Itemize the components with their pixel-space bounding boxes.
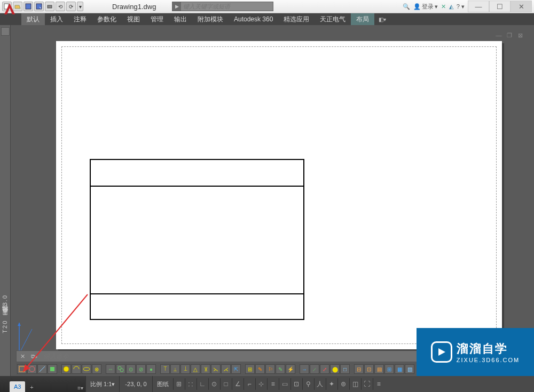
tool-icon-4[interactable] [48,364,57,374]
tool-icon-30[interactable]: ⬤ [330,364,340,374]
ribbon-tab-insert[interactable]: 插入 [45,13,68,25]
palette-top-icon[interactable] [1,27,10,36]
close-button[interactable]: ✕ [511,1,532,12]
autodesk-icon[interactable]: ◭ [449,3,453,10]
ribbon-tab-a360[interactable]: Autodesk 360 [229,13,278,25]
tool-icon-1[interactable] [17,364,27,374]
paper-mode[interactable]: 图纸 [152,376,173,392]
ribbon-tab-default[interactable]: 默认 [21,13,45,25]
search-box[interactable]: ▶ [172,2,273,11]
tool-icon-34[interactable]: ▤ [374,364,384,374]
exchange-icon[interactable]: ✕ [441,3,446,10]
qat-redo-icon[interactable]: ⟳ [66,2,76,11]
qat-dropdown-icon[interactable]: ▾ [77,2,83,11]
tool-icon-23[interactable]: ✎ [255,364,265,374]
tool-icon-27[interactable]: → [300,364,309,374]
scale-control[interactable]: 比例 1:1 ▾ [85,376,119,392]
status-icon-tpy[interactable]: ▭ [279,378,290,390]
search-icon[interactable]: 🔍 [403,3,410,10]
status-icon-as[interactable]: 人 [314,378,326,390]
tool-icon-8[interactable]: ⊗ [92,364,101,374]
status-icon-lwt[interactable]: ≡ [267,378,279,390]
ribbon-tab-featured[interactable]: 精选应用 [278,13,315,25]
tool-icon-36[interactable]: ▦ [395,364,404,374]
tool-icon-29[interactable]: ⤢ [320,364,329,374]
status-icon-snap[interactable]: ⸬ [185,378,197,390]
tool-icon-37[interactable]: ▧ [405,364,414,374]
window-controls: ― ☐ ✕ [468,1,532,12]
tool-icon-3[interactable] [37,364,47,374]
status-icon-polar[interactable]: ⊙ [208,378,220,390]
tool-icon-9[interactable]: ◦◦ [106,364,115,374]
tool-icon-10[interactable] [116,364,125,374]
status-icon-hw[interactable]: ⊚ [337,378,349,390]
tool-icon-13[interactable]: ● [146,364,156,374]
layout-list-icon[interactable]: ≡▾ [77,385,83,391]
tool-icon-33[interactable]: ⊡ [364,364,374,374]
ribbon-tab-layout[interactable]: 布局 [351,13,374,25]
tool-icon-14[interactable]: ⟙ [160,364,170,374]
status-icon-ws[interactable]: ✦ [326,378,337,390]
tool-icon-19[interactable]: ⋋ [211,364,221,374]
ribbon-tab-annotate[interactable]: 注释 [68,13,92,25]
tool-icon-2[interactable] [27,364,37,374]
tool-icon-25[interactable]: ✎ [276,364,285,374]
status-icon-osnap[interactable]: □ [220,378,232,390]
status-icon-ducs[interactable]: ⌐ [244,378,255,390]
tool-icon-5[interactable] [61,364,71,374]
status-icon-ann[interactable]: ⚲ [302,378,314,390]
status-icon-sc[interactable]: ⊡ [290,378,302,390]
ribbon-tab-tangent[interactable]: 天正电气 [315,13,351,25]
search-arrow-icon[interactable]: ▶ [172,2,181,11]
tool-icon-31[interactable]: □ [340,364,350,374]
doc-minimize-icon[interactable]: ― [494,31,503,39]
tool-icon-6[interactable] [72,364,81,374]
doc-close-icon[interactable]: ⊠ [516,31,524,39]
tool-icon-22[interactable]: ⊞ [245,364,255,374]
tool-icon-20[interactable]: ⋌ [221,364,231,374]
tool-icon-7[interactable] [82,364,91,374]
status-icon-clean[interactable]: ⛶ [361,378,373,390]
ribbon-tab-output[interactable]: 输出 [169,13,192,25]
tool-icon-12[interactable]: ⊘ [136,364,146,374]
tool-icon-15[interactable]: ⟂ [170,364,180,374]
app-logo-icon[interactable] [0,0,19,18]
qat-print-icon[interactable] [45,2,54,11]
status-icon-otrack[interactable]: ∠ [232,378,244,390]
layout-add-icon[interactable]: + [27,382,36,392]
tool-icon-26[interactable]: ⚡ [286,364,295,374]
help-icon[interactable]: ? ▾ [457,3,465,10]
cmd-close-icon[interactable]: ✕ [18,351,27,361]
qat-save-icon[interactable] [23,2,33,11]
layout-tab-a3[interactable]: A3 [10,381,25,392]
tool-icon-32[interactable]: ⊟ [354,364,364,374]
tool-icon-28[interactable]: ⟋ [310,364,319,374]
qat-saveas-icon[interactable] [34,2,44,11]
minimize-button[interactable]: ― [468,1,489,12]
cmd-prompt-icon[interactable]: ⧉▸ [29,351,39,361]
ribbon-tab-manage[interactable]: 管理 [145,13,169,25]
ribbon-tab-view[interactable]: 视图 [122,13,145,25]
tool-icon-24[interactable]: ⚐ [265,364,275,374]
ribbon-panel-dropdown-icon[interactable]: ◧▾ [374,13,390,25]
status-icon-grid[interactable]: ⊞ [173,378,185,390]
status-icon-ortho[interactable]: ∟ [197,378,208,390]
qat-undo-icon[interactable]: ⟲ [56,2,65,11]
search-input[interactable] [181,2,273,11]
tool-icon-35[interactable]: ⊞ [384,364,394,374]
status-icon-dyn[interactable]: ⊹ [255,378,267,390]
status-icon-iso[interactable]: ◫ [349,378,361,390]
tool-icon-18[interactable]: ⊻ [201,364,210,374]
maximize-button[interactable]: ☐ [489,1,511,12]
ribbon-tab-parametric[interactable]: 参数化 [92,13,122,25]
tool-icon-11[interactable]: ⊙ [126,364,136,374]
login-button[interactable]: 👤 登录 ▾ [413,3,438,11]
drawing-canvas[interactable]: ― ❐ ⊠ [16,31,529,349]
tool-icon-16[interactable]: ⟘ [180,364,190,374]
status-icon-menu[interactable]: ≡ [373,378,384,390]
ribbon-tab-addons[interactable]: 附加模块 [192,13,229,25]
left-tool-palette[interactable]: T20天正电气软件 V3.0 [0,25,11,376]
doc-restore-icon[interactable]: ❐ [505,31,514,39]
tool-icon-17[interactable]: △ [191,364,200,374]
tool-icon-21[interactable]: ⇱ [231,364,241,374]
